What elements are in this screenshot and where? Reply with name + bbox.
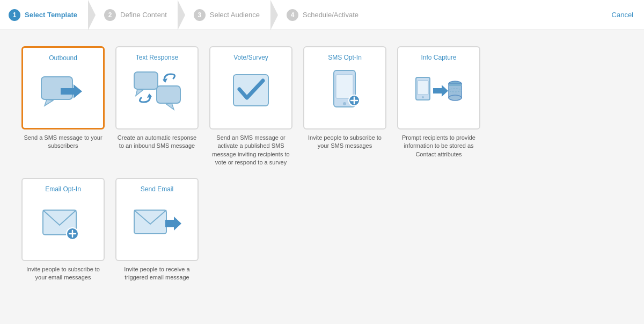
template-card-text-response[interactable]: Text Response	[115, 46, 199, 167]
step-4-label: Schedule/Activate	[303, 11, 358, 19]
outbound-description: Send a SMS message to your subscribers	[21, 134, 105, 150]
cancel-button[interactable]: Cancel	[612, 11, 633, 19]
template-card-send-email[interactable]: Send Email Invite people to receive a tr…	[115, 178, 199, 282]
info-capture-icon-area	[415, 67, 463, 115]
svg-rect-3	[134, 72, 158, 89]
vote-survey-title: Vote/Survey	[233, 54, 268, 61]
svg-marker-7	[163, 78, 167, 83]
step-2-label: Define Content	[120, 11, 167, 19]
svg-point-23	[449, 95, 462, 100]
template-card-email-optin[interactable]: Email Opt-In In	[21, 178, 105, 282]
step-3-select-audience[interactable]: 3 Select Audience	[185, 0, 270, 30]
email-optin-icon	[40, 204, 86, 241]
main-content: Outbound Send a SMS message to your subs…	[0, 30, 644, 324]
svg-rect-17	[418, 81, 428, 95]
svg-rect-22	[449, 84, 462, 86]
template-card-box-info-capture: Info Capture	[397, 46, 480, 129]
wizard-steps: 1 Select Template 2 Define Content 3 Sel…	[0, 0, 612, 30]
step-1-number: 1	[9, 9, 20, 21]
step-1-label: Select Template	[25, 11, 77, 19]
step-1-select-template[interactable]: 1 Select Template	[0, 0, 88, 30]
template-card-box-send-email: Send Email	[115, 178, 199, 261]
outbound-icon-area	[39, 67, 87, 116]
vote-survey-icon	[231, 72, 271, 110]
svg-rect-11	[336, 75, 353, 98]
svg-rect-5	[157, 86, 180, 103]
step-2-number: 2	[104, 9, 116, 21]
template-grid: Outbound Send a SMS message to your subs…	[21, 46, 623, 282]
step-4-number: 4	[287, 9, 298, 21]
step-arrow-2	[178, 0, 185, 30]
info-capture-description: Prompt recipients to provide information…	[397, 134, 480, 159]
step-arrow-1	[88, 0, 96, 30]
outbound-title: Outbound	[49, 54, 77, 62]
svg-marker-6	[166, 103, 174, 110]
template-card-box-email-optin: Email Opt-In	[21, 178, 105, 261]
text-response-title: Text Response	[136, 54, 178, 61]
template-card-box-outbound: Outbound	[21, 46, 105, 129]
template-card-box-vote-survey: Vote/Survey	[209, 46, 292, 129]
vote-survey-icon-area	[227, 67, 275, 115]
template-card-box-text-response: Text Response	[115, 46, 199, 129]
svg-marker-4	[136, 89, 143, 96]
template-card-box-sms-optin: SMS Opt-In	[303, 46, 386, 129]
svg-point-18	[422, 96, 424, 98]
send-email-icon	[133, 204, 181, 241]
sms-optin-description: Invite people to subscribe to your SMS m…	[303, 134, 386, 150]
step-4-schedule-activate[interactable]: 4 Schedule/Activate	[278, 0, 369, 30]
step-2-define-content[interactable]: 2 Define Content	[96, 0, 178, 30]
outbound-icon	[40, 73, 86, 110]
text-response-description: Create an automatic response to an inbou…	[115, 134, 199, 150]
template-row-2: Email Opt-In In	[21, 178, 623, 282]
send-email-title: Send Email	[141, 185, 173, 193]
svg-point-12	[343, 102, 346, 105]
text-response-icon-area	[133, 67, 181, 115]
step-3-label: Select Audience	[210, 11, 260, 19]
info-capture-icon	[415, 72, 463, 110]
template-card-vote-survey[interactable]: Vote/Survey Send an SMS message or activ…	[209, 46, 292, 167]
send-email-icon-area	[133, 198, 181, 247]
sms-optin-icon	[326, 69, 364, 112]
step-arrow-3	[270, 0, 278, 30]
email-optin-icon-area	[39, 198, 87, 247]
template-card-outbound[interactable]: Outbound Send a SMS message to your subs…	[21, 46, 105, 167]
svg-marker-19	[433, 85, 448, 97]
template-card-info-capture[interactable]: Info Capture	[397, 46, 480, 167]
sms-optin-icon-area	[321, 67, 369, 115]
info-capture-title: Info Capture	[421, 54, 456, 61]
step-3-number: 3	[194, 9, 206, 21]
email-optin-description: Invite people to subscribe to your email…	[21, 265, 105, 282]
sms-optin-title: SMS Opt-In	[328, 54, 362, 61]
svg-marker-1	[45, 99, 53, 106]
send-email-description: Invite people to receive a triggered ema…	[115, 265, 199, 282]
template-card-sms-optin[interactable]: SMS Opt-In	[303, 46, 386, 167]
svg-marker-8	[147, 93, 152, 98]
email-optin-title: Email Opt-In	[45, 185, 81, 193]
wizard-header: 1 Select Template 2 Define Content 3 Sel…	[0, 0, 644, 30]
vote-survey-description: Send an SMS message or activate a publis…	[209, 134, 292, 167]
template-row-1: Outbound Send a SMS message to your subs…	[21, 46, 623, 167]
svg-marker-30	[165, 217, 181, 231]
text-response-icon	[133, 71, 181, 111]
